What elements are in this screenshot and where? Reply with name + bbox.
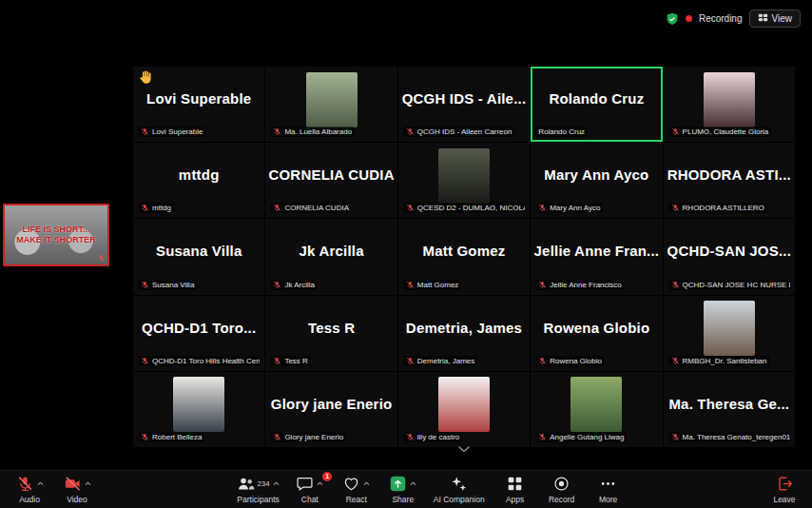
toolbar-audio-button[interactable]: Audio [13,475,46,504]
participant-label: Glory jane Enerio [270,432,346,442]
chevron-up-icon[interactable] [85,481,91,486]
security-shield-icon[interactable] [666,12,679,26]
mic-muted-icon [273,281,281,289]
toolbar-item-label: AI Companion [434,495,485,504]
record-icon [552,475,570,493]
participant-tile[interactable]: CORNELIA CUDIA CORNELIA CUDIA [265,143,396,218]
participant-tile[interactable]: Lovi Superable Lovi Superable [133,67,264,142]
toolbar-ai-companion-button[interactable]: AI Companion [434,475,485,504]
participant-tile[interactable]: QCGH IDS - Aile... QCGH IDS - Aileen Car… [398,67,530,142]
participant-label: QCHD-D1 Toro Hills Health Cent... [138,356,260,366]
participant-label-text: QCHD-D1 Toro Hills Health Cent... [152,357,260,365]
meeting-topbar: Recording View [666,10,801,28]
participant-tile[interactable]: Robert Belleza [133,372,264,447]
participant-label: Ma. Luella Albarado [270,127,355,137]
toolbar-react-button[interactable]: React [340,475,373,504]
participant-label-text: Mary Ann Ayco [550,204,600,212]
participant-tile[interactable]: Tess R Tess R [265,296,396,371]
more-ellipsis-icon [599,475,617,493]
participant-tile[interactable]: Rowena Globio Rowena Globio [531,296,662,371]
toolbar-item-label: React [346,495,367,504]
participants-icon [237,475,255,493]
toolbar-share-button[interactable]: Share [387,475,419,504]
chat-unread-badge: 1 [322,472,332,481]
chevron-up-icon[interactable] [410,481,416,486]
mic-muted-icon [671,433,680,441]
participant-tile[interactable]: Jk Arcilla Jk Arcilla [265,219,396,294]
participant-label-text: Rowena Globio [550,357,602,365]
participant-label: Mary Ann Ayco [535,203,603,213]
self-mic-muted-icon [97,254,106,263]
chevron-up-icon[interactable] [273,481,280,486]
chevron-up-icon[interactable] [317,481,323,486]
participant-tile[interactable]: lily de castro [398,372,530,447]
toolbar-item-label: Chat [301,495,319,504]
participant-tile[interactable]: Matt Gomez Matt Gomez [398,219,530,294]
participant-tile[interactable]: QCHD-D1 Toro... QCHD-D1 Toro Hills Healt… [133,296,264,371]
participant-label: mttdg [138,203,174,213]
toolbar-chat-button[interactable]: 1 Chat [294,475,326,504]
participant-tile[interactable]: RMBGH_Dr. Santisteban [664,296,795,371]
participant-tile[interactable]: Susana Villa Susana Villa [133,219,264,294]
leave-icon [776,475,794,493]
participant-display-name: Lovi Superable [144,90,254,118]
mic-off-icon [16,475,34,493]
participant-label-text: Demetria, James [417,357,474,365]
toolbar-more-button[interactable]: More [592,475,625,504]
toolbar-item-icon-row [64,475,91,493]
mic-muted-icon [273,204,281,212]
participant-label: Angelie Gutang Liwag [535,432,627,442]
toolbar-video-button[interactable]: Video [61,475,93,504]
participant-tile[interactable]: Glory jane Enerio Glory jane Enerio [265,372,396,447]
react-icon [342,475,360,493]
participant-label: Jk Arcilla [270,280,318,290]
participant-label: Susana Villa [138,280,197,290]
ai-sparkles-icon [450,475,468,493]
participant-tile[interactable]: PLUMO, Claudette Gloria [664,67,795,142]
raised-hand-icon [138,69,153,85]
participant-label: CORNELIA CUDIA [270,203,352,213]
participant-tile[interactable]: Ma. Theresa Ge... Ma. Theresa Genato_ter… [664,372,795,447]
participant-display-name: RHODORA ASTI... [665,166,794,194]
participant-label: Rolando Cruz [535,127,588,137]
self-view-thumbnail[interactable]: LIFE IS SHORT... MAKE IT SHORTER [3,204,109,266]
participant-label-text: QCGH IDS - Aileen Carreon [417,127,512,136]
mic-muted-icon [406,281,415,289]
view-button[interactable]: View [749,10,802,28]
participant-label-text: CORNELIA CUDIA [284,204,349,212]
participant-tile[interactable]: Ma. Luella Albarado [265,67,396,142]
toolbar-apps-button[interactable]: Apps [499,475,532,504]
participant-label: Jellie Anne Francisco [535,280,625,290]
participant-video [704,301,755,356]
participant-tile[interactable]: Rolando Cruz Rolando Cruz [531,67,662,142]
participant-label: lily de castro [403,432,462,442]
participant-label: PLUMO, Claudette Gloria [668,127,772,137]
participant-tile[interactable]: QCESD D2 - DUMLAO, NICOLAS ... [398,143,530,218]
toolbar-participants-button[interactable]: 234 Participants [237,475,279,504]
mic-muted-icon [273,357,281,365]
gallery-scroll-down-chevron[interactable] [133,445,795,453]
participant-tile[interactable]: Jellie Anne Fran... Jellie Anne Francisc… [531,219,662,294]
chevron-up-icon[interactable] [37,481,44,486]
participant-tile[interactable]: QCHD-SAN JOS... QCHD-SAN JOSE HC NURSE D… [664,219,795,294]
participant-tile[interactable]: Demetria, James Demetria, James [398,296,530,371]
participant-display-name: Glory jane Enerio [268,396,396,423]
participant-tile[interactable]: mttdg mttdg [133,143,264,218]
view-label: View [772,13,793,24]
mic-muted-icon [273,127,281,136]
participant-tile[interactable]: Angelie Gutang Liwag [531,372,662,447]
participant-tile[interactable]: RHODORA ASTI... RHODORA ASTILLERO [664,143,795,218]
participant-display-name: Tess R [305,320,358,347]
toolbar-item-icon-row: 1 [296,475,323,493]
toolbar-item-label: Apps [506,495,524,504]
participant-label: QCESD D2 - DUMLAO, NICOLAS ... [403,203,525,213]
participant-tile[interactable]: Mary Ann Ayco Mary Ann Ayco [531,143,662,218]
toolbar-leave-button[interactable]: Leave [768,475,801,504]
participant-display-name: mttdg [176,166,222,194]
toolbar-group-right: Leave [768,475,801,504]
chevron-up-icon[interactable] [363,481,370,486]
grid-view-icon [758,12,768,25]
recording-label: Recording [699,13,743,24]
toolbar-record-button[interactable]: Record [546,475,578,504]
mic-muted-icon [538,204,547,212]
